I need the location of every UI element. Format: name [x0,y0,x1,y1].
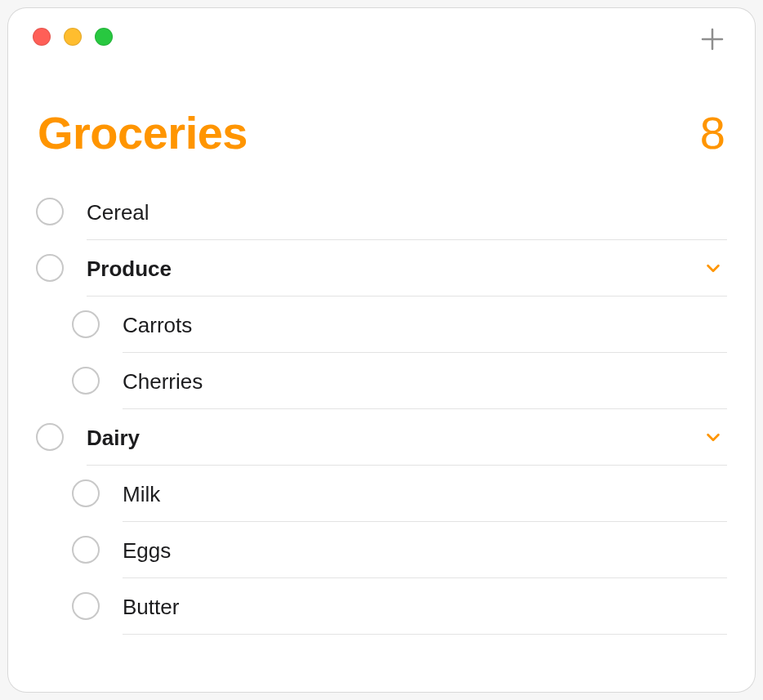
complete-checkbox[interactable] [72,367,100,395]
complete-checkbox[interactable] [72,310,100,338]
minimize-window-button[interactable] [64,28,82,46]
list-item[interactable]: Cereal [36,184,727,239]
complete-checkbox[interactable] [72,592,100,620]
list-item[interactable]: Cherries [36,353,727,408]
window-controls [33,28,113,46]
list-item[interactable]: Carrots [36,296,727,352]
expand-subtasks-button[interactable] [704,259,722,277]
complete-checkbox[interactable] [36,423,64,451]
content-area: Groceries 8 CerealProduceCarrotsCherries… [8,8,755,635]
list-item[interactable]: Dairy [36,409,727,465]
complete-checkbox[interactable] [72,479,100,507]
list-header: Groceries 8 [36,106,727,159]
chevron-down-icon [704,259,722,277]
list-item[interactable]: Eggs [36,522,727,577]
item-label[interactable]: Eggs [123,537,727,564]
complete-checkbox[interactable] [36,254,64,282]
zoom-window-button[interactable] [95,28,113,46]
plus-icon [700,27,725,51]
complete-checkbox[interactable] [72,536,100,564]
reminders-window: Groceries 8 CerealProduceCarrotsCherries… [8,8,755,692]
complete-checkbox[interactable] [36,198,64,225]
reminders-list: CerealProduceCarrotsCherriesDairyMilkEgg… [36,184,727,635]
item-label[interactable]: Cherries [123,368,727,395]
expand-subtasks-button[interactable] [704,428,722,446]
list-item[interactable]: Produce [36,240,727,296]
row-divider [36,634,727,635]
list-item[interactable]: Milk [36,466,727,521]
chevron-down-icon [704,428,722,446]
item-label[interactable]: Dairy [87,424,694,451]
item-label[interactable]: Milk [123,480,727,507]
list-item[interactable]: Butter [36,578,727,634]
list-title: Groceries [38,106,248,159]
add-reminder-button[interactable] [693,20,732,59]
item-label[interactable]: Butter [123,593,727,620]
item-label[interactable]: Carrots [123,311,727,338]
item-label[interactable]: Cereal [87,198,727,225]
list-count: 8 [700,106,725,159]
close-window-button[interactable] [33,28,51,46]
item-label[interactable]: Produce [87,255,694,282]
